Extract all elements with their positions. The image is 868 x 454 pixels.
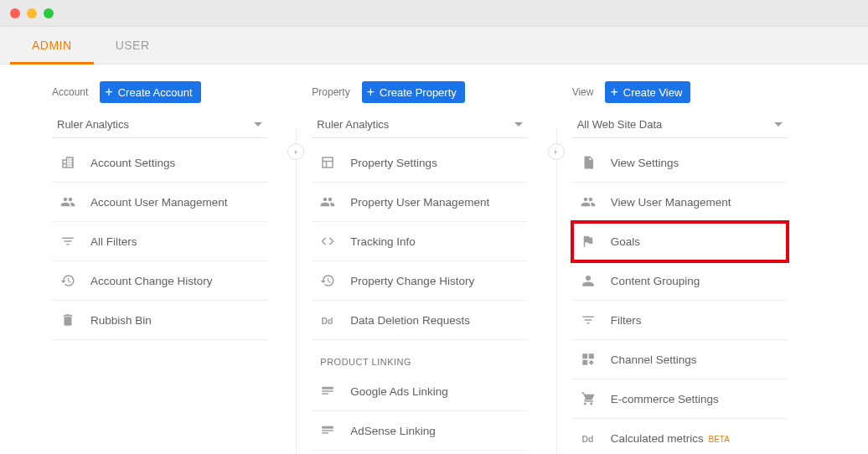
filters[interactable]: Filters [572,301,788,340]
ecommerce-settings-label: E-commerce Settings [611,393,719,405]
flag-icon [581,234,596,249]
chevron-down-icon [774,122,783,126]
tab-admin[interactable]: ADMIN [10,27,94,64]
beta-badge: BETA [708,435,729,444]
top-tabs: ADMIN USER [0,27,868,64]
users-icon [320,194,335,209]
view-user-management[interactable]: View User Management [572,183,788,222]
account-change-history[interactable]: Account Change History [52,261,267,301]
tab-user[interactable]: USER [94,27,172,64]
all-filters[interactable]: All Filters [52,222,267,261]
account-settings[interactable]: Account Settings [52,143,267,183]
history-icon [320,273,335,288]
filters-label: Filters [611,314,642,327]
create-property-label: Create Property [380,86,457,99]
channel-settings-label: Channel Settings [611,353,697,366]
property-settings-label: Property Settings [350,157,437,169]
window-chrome [0,0,868,27]
property-dropdown[interactable]: Ruler Analytics [312,118,527,138]
property-user-management[interactable]: Property User Management [312,183,527,222]
users-icon [60,194,75,209]
close-icon[interactable] [10,8,20,18]
account-label: Account [52,86,88,98]
view-label: View [572,86,594,98]
calculated-metrics[interactable]: Dd Calculated metrics BETA [572,419,788,454]
account-dropdown[interactable]: Ruler Analytics [52,118,267,138]
ecommerce-settings[interactable]: E-commerce Settings [572,379,788,419]
property-change-history[interactable]: Property Change History [312,261,527,301]
goals-label: Goals [611,235,640,248]
goals[interactable]: Goals [572,222,788,261]
users-icon [581,194,596,209]
building-icon [60,155,75,170]
page-icon [581,155,596,170]
adsense-linking[interactable]: AdSense Linking [312,411,527,451]
account-change-history-label: Account Change History [90,275,213,287]
arrow-right-icon [548,143,565,160]
maximize-icon[interactable] [44,8,54,18]
property-label: Property [312,86,349,98]
property-dropdown-value: Ruler Analytics [317,118,389,131]
funnel-icon [581,312,596,328]
view-settings[interactable]: View Settings [572,143,788,183]
all-filters-label: All Filters [90,235,137,248]
funnel-icon [60,234,75,249]
data-deletion-requests[interactable]: Dd Data Deletion Requests [312,301,527,340]
dd-icon: Dd [320,312,335,328]
content-grouping[interactable]: Content Grouping [572,261,788,301]
property-change-history-label: Property Change History [350,275,474,287]
layout-icon [320,155,335,170]
minimize-icon[interactable] [27,8,37,18]
trash-icon [60,312,75,328]
create-view-label: Create View [623,86,683,99]
view-column: View + Create View All Web Site Data Vie… [557,81,816,454]
google-ads-linking-label: Google Ads Linking [350,385,447,398]
view-user-management-label: View User Management [611,196,731,209]
account-user-management-label: Account User Management [90,196,228,209]
plus-icon: + [105,85,112,99]
view-settings-label: View Settings [611,157,679,169]
svg-text:Dd: Dd [581,434,593,444]
calculated-metrics-label: Calculated metrics [611,432,704,445]
account-user-management[interactable]: Account User Management [52,183,267,222]
svg-text:Dd: Dd [322,316,333,326]
account-dropdown-value: Ruler Analytics [57,118,129,131]
channel-icon [581,352,596,367]
code-icon [320,234,335,249]
history-icon [60,273,75,288]
product-linking-heading: PRODUCT LINKING [312,340,527,372]
property-column: Property + Create Property Ruler Analyti… [297,81,555,454]
link-icon [320,384,335,399]
admin-panels: Account + Create Account Ruler Analytics… [0,64,868,454]
google-ads-linking[interactable]: Google Ads Linking [312,372,527,411]
chevron-down-icon [514,122,523,126]
rubbish-bin-label: Rubbish Bin [90,314,152,327]
channel-settings[interactable]: Channel Settings [572,340,788,379]
property-settings[interactable]: Property Settings [312,143,527,183]
create-account-button[interactable]: + Create Account [100,81,200,103]
link-icon [320,423,335,438]
dd-icon: Dd [581,431,596,446]
view-dropdown-value: All Web Site Data [577,118,663,131]
account-column: Account + Create Account Ruler Analytics… [52,81,296,454]
plus-icon: + [367,85,375,99]
rubbish-bin[interactable]: Rubbish Bin [52,301,267,340]
tracking-info[interactable]: Tracking Info [312,222,527,261]
content-grouping-label: Content Grouping [611,275,700,287]
create-account-label: Create Account [118,86,193,99]
person-icon [581,273,596,288]
create-view-button[interactable]: + Create View [605,81,690,103]
data-deletion-requests-label: Data Deletion Requests [350,314,470,327]
view-dropdown[interactable]: All Web Site Data [572,118,788,138]
account-settings-label: Account Settings [90,157,175,169]
tracking-info-label: Tracking Info [350,235,416,248]
plus-icon: + [610,85,617,99]
cart-icon [581,391,596,406]
adsense-linking-label: AdSense Linking [350,425,435,437]
chevron-down-icon [254,122,262,126]
property-user-management-label: Property User Management [350,196,489,209]
create-property-button[interactable]: + Create Property [362,81,465,103]
